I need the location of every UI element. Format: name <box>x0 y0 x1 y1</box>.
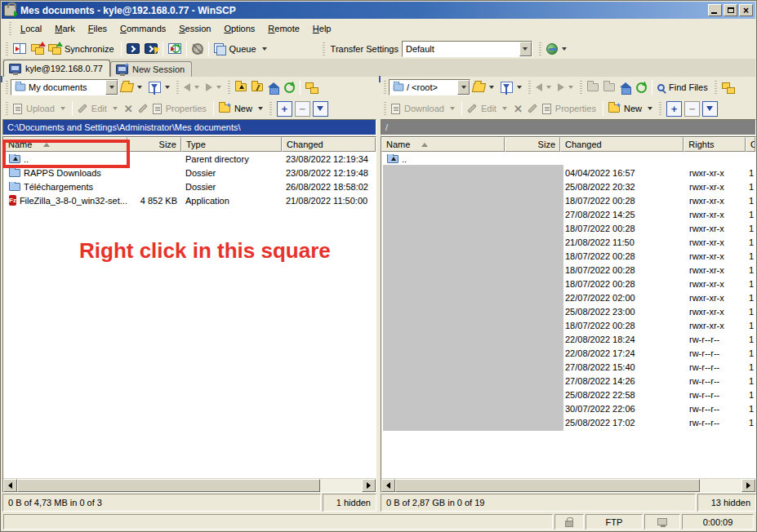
parent-directory-button[interactable] <box>585 78 601 96</box>
transfer-settings-combo[interactable]: Default <box>402 41 532 57</box>
transfer-options-button[interactable] <box>544 40 571 58</box>
new-button[interactable]: ✦ New <box>216 100 267 117</box>
chevron-down-icon <box>523 47 528 51</box>
select-remove-button[interactable]: − <box>684 101 700 117</box>
refresh-icon <box>284 82 295 93</box>
menu-item-commands[interactable]: Commands <box>114 21 172 36</box>
refresh-session-button[interactable] <box>166 40 184 58</box>
select-remove-button[interactable]: − <box>295 101 310 117</box>
close-button[interactable]: × <box>739 4 753 16</box>
local-path-bar[interactable]: C:\Documents and Settings\Administrator\… <box>2 119 376 135</box>
edit-button[interactable]: Edit <box>75 100 122 117</box>
scroll-thumb[interactable] <box>395 479 700 492</box>
funnel-icon <box>317 106 323 111</box>
preferences-button[interactable] <box>189 40 206 58</box>
column-header-name[interactable]: Name <box>381 137 505 152</box>
menu-item-options[interactable]: Options <box>217 21 261 36</box>
upload-button[interactable]: Upload <box>11 100 69 117</box>
delete-button[interactable]: ✕ <box>511 100 525 117</box>
table-row[interactable]: FzFileZilla_3-8-0_win32-set...4 852 KBAp… <box>3 193 376 207</box>
edit-button[interactable]: Edit <box>465 100 511 117</box>
new-button[interactable]: ✦ New <box>606 100 657 117</box>
table-row[interactable]: .. <box>381 152 755 166</box>
scroll-track[interactable] <box>395 479 741 492</box>
menu-item-local[interactable]: Local <box>14 21 48 36</box>
sync-browsing-button[interactable] <box>29 40 46 58</box>
refresh-button[interactable] <box>634 78 649 96</box>
column-header-size[interactable]: Size <box>127 137 181 152</box>
filter-button[interactable] <box>498 78 526 96</box>
back-button[interactable] <box>533 78 555 96</box>
scroll-left-button[interactable] <box>3 479 17 492</box>
refresh-button[interactable] <box>282 78 297 96</box>
root-directory-button[interactable] <box>249 78 265 96</box>
toolbar-grip <box>269 102 272 115</box>
forward-button[interactable] <box>203 78 225 96</box>
combo-dropdown-button[interactable] <box>519 42 532 56</box>
delete-button[interactable]: ✕ <box>122 100 136 117</box>
home-directory-button[interactable] <box>265 78 282 96</box>
parent-directory-button[interactable] <box>233 78 249 96</box>
select-filter-button[interactable] <box>702 101 718 117</box>
queue-button[interactable]: Queue <box>212 40 271 58</box>
home-directory-button[interactable] <box>617 78 634 96</box>
file-owner-cell: 1 <box>747 196 755 206</box>
find-files-button[interactable]: Find Files <box>655 78 712 96</box>
properties-button[interactable]: Properties <box>150 100 211 117</box>
scroll-thumb[interactable] <box>17 479 320 492</box>
combo-dropdown-button[interactable] <box>457 80 470 95</box>
scroll-track[interactable] <box>17 479 362 492</box>
forward-button[interactable] <box>555 78 577 96</box>
table-row[interactable]: TéléchargementsDossier26/08/2022 18:58:0… <box>3 180 376 193</box>
tab-session-kyle[interactable]: kyle@192.168.0.77 <box>3 60 110 77</box>
column-header-owner[interactable]: O <box>746 137 755 152</box>
synchronize-icon <box>48 44 60 54</box>
console-command-button[interactable] <box>142 40 160 58</box>
menu-item-remote[interactable]: Remote <box>261 21 306 36</box>
open-directory-button[interactable] <box>470 78 498 96</box>
local-horizontal-scrollbar[interactable] <box>3 478 376 492</box>
menu-item-help[interactable]: Help <box>306 21 338 36</box>
column-header-type[interactable]: Type <box>181 137 282 152</box>
maximize-button[interactable] <box>724 4 737 16</box>
connection-status-cell[interactable] <box>644 514 680 530</box>
file-owner-cell: 1 <box>747 182 755 192</box>
remote-directory-combo[interactable]: / <root> <box>389 79 470 95</box>
menu-item-session[interactable]: Session <box>172 21 217 36</box>
filter-button[interactable] <box>146 78 174 96</box>
select-add-button[interactable]: + <box>666 101 682 117</box>
column-header-changed[interactable]: Changed <box>560 137 684 152</box>
select-filter-button[interactable] <box>313 101 328 117</box>
local-directory-combo[interactable]: My documents <box>11 79 118 95</box>
select-add-button[interactable]: + <box>277 101 292 117</box>
combo-dropdown-button[interactable] <box>105 80 118 95</box>
download-button[interactable]: Download <box>389 100 459 117</box>
file-changed-cell: 21/08/2022 11:50:00 <box>282 196 376 206</box>
commander-view-button[interactable] <box>11 40 29 58</box>
column-header-changed[interactable]: Changed <box>282 137 376 152</box>
rename-button[interactable] <box>136 100 150 117</box>
column-header-rights[interactable]: Rights <box>684 137 746 152</box>
local-rows: ..Parent directory23/08/2022 12:19:34RAP… <box>3 152 376 478</box>
encryption-status-cell[interactable] <box>554 514 584 530</box>
minimize-button[interactable] <box>708 4 722 16</box>
back-button[interactable] <box>181 78 203 96</box>
root-directory-button[interactable] <box>601 78 617 96</box>
column-header-size[interactable]: Size <box>505 137 560 152</box>
properties-button[interactable]: Properties <box>540 100 600 117</box>
directory-tree-button[interactable] <box>303 78 320 96</box>
scroll-left-button[interactable] <box>381 479 395 492</box>
protocol-cell[interactable]: FTP <box>586 514 643 530</box>
synchronize-button[interactable]: Synchronize <box>46 40 118 58</box>
rename-button[interactable] <box>525 100 540 117</box>
open-console-button[interactable] <box>124 40 142 58</box>
remote-path-bar[interactable]: / <box>381 119 756 135</box>
menu-item-mark[interactable]: Mark <box>48 21 81 36</box>
directory-tree-button[interactable] <box>719 78 737 96</box>
scroll-right-button[interactable] <box>741 479 755 492</box>
scroll-right-button[interactable] <box>362 479 376 492</box>
open-directory-button[interactable] <box>118 78 146 96</box>
tab-new-session[interactable]: ✦ New Session <box>110 61 192 77</box>
remote-horizontal-scrollbar[interactable] <box>381 478 755 492</box>
menu-item-files[interactable]: Files <box>82 21 114 36</box>
